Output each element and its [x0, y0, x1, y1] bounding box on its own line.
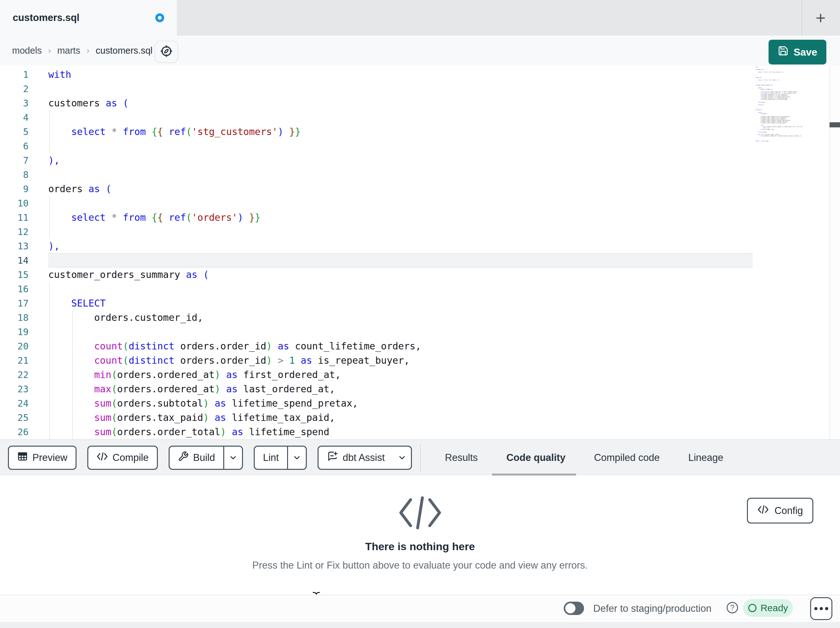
file-tab-title: customers.sql [13, 12, 79, 24]
code-line[interactable]: 1with [0, 67, 827, 82]
file-tab-customers-sql[interactable]: customers.sql [0, 0, 177, 36]
code-text: sum(orders.order_total) as lifetime_spen… [28, 426, 329, 437]
code-text: sum(orders.tax_paid) as lifetime_tax_pai… [28, 412, 335, 423]
tab-lineage[interactable]: Lineage [688, 452, 723, 463]
action-toolbar: PreviewCompileBuildLintdbt Assist Result… [0, 439, 840, 476]
code-line[interactable]: 7), [0, 153, 827, 168]
chevron-down-icon[interactable] [224, 447, 242, 469]
code-line[interactable]: 11 select * from {{ ref('orders') }} [0, 210, 827, 225]
line-number: 4 [0, 112, 28, 123]
code-text: orders.customer_id, [28, 312, 203, 323]
breadcrumb-item[interactable]: customers.sql [96, 46, 152, 56]
line-number: 23 [0, 384, 28, 394]
dbt-assist-button[interactable]: dbt Assist [317, 446, 412, 470]
lint-label: Lint [263, 452, 279, 463]
code-lines: 1with23customers as (45 select * from {{… [0, 67, 827, 439]
empty-state-subtitle: Press the Lint or Fix button above to ev… [0, 560, 840, 571]
editor-scrollbar-thumb[interactable] [829, 122, 840, 127]
defer-toggle[interactable] [564, 602, 584, 615]
save-label: Save [794, 46, 818, 58]
code-text: with [28, 69, 71, 80]
code-line[interactable]: 18 orders.customer_id, [0, 310, 827, 325]
code-text: ), [28, 240, 60, 252]
breadcrumb-item[interactable]: models [12, 46, 42, 56]
breadcrumb-item[interactable]: marts [57, 46, 81, 56]
chevron-down-icon[interactable] [288, 447, 306, 469]
results-panel: Config There is nothing here Press the L… [0, 476, 840, 595]
config-button[interactable]: Config [747, 498, 813, 524]
help-icon[interactable]: ? [726, 602, 738, 614]
compile-button[interactable]: Compile [87, 446, 158, 470]
preview-label: Preview [32, 452, 67, 463]
compile-label: Compile [112, 452, 148, 463]
line-number: 19 [0, 327, 28, 337]
ellipsis-icon [814, 607, 818, 610]
code-line[interactable]: 26 sum(orders.order_total) as lifetime_s… [0, 425, 827, 439]
code-line[interactable]: 21 count(distinct orders.order_id) > 1 a… [0, 353, 827, 367]
line-number: 14 [0, 255, 28, 266]
tab-compiled-code[interactable]: Compiled code [594, 452, 660, 463]
line-number: 5 [0, 127, 28, 137]
code-line[interactable]: 10 [0, 196, 827, 210]
code-text: SELECT [28, 297, 106, 309]
save-icon [778, 46, 789, 59]
line-number: 12 [0, 226, 28, 237]
code-text: select * from {{ ref('orders') }} [28, 212, 261, 223]
status-bar: Defer to staging/production ? Ready [0, 595, 840, 622]
tab-code-quality[interactable]: Code quality [506, 452, 565, 463]
save-button[interactable]: Save [769, 40, 826, 65]
code-line[interactable]: 12 [0, 225, 827, 239]
code-line[interactable]: 20 count(distinct orders.order_id) as co… [0, 339, 827, 353]
build-label: Build [193, 452, 215, 463]
file-header: models›marts›customers.sql Save [0, 36, 840, 66]
code-line[interactable]: 16 [0, 282, 827, 296]
sparkle-chat-icon [327, 451, 338, 465]
more-options-button[interactable] [810, 597, 832, 620]
line-number: 3 [0, 98, 28, 109]
unsaved-indicator-dot [155, 13, 164, 22]
line-number: 10 [0, 198, 28, 209]
breadcrumb: models›marts›customers.sql [12, 36, 152, 66]
code-line[interactable]: 23 max(orders.ordered_at) as last_ordere… [0, 382, 827, 396]
window-bottom-strip [0, 622, 840, 628]
code-line[interactable]: 5 select * from {{ ref('stg_customers') … [0, 125, 827, 139]
code-text: count(distinct orders.order_id) > 1 as i… [28, 355, 410, 366]
code-text: count(distinct orders.order_id) as count… [28, 340, 421, 352]
chevron-down-icon[interactable] [393, 447, 411, 469]
code-line[interactable]: 4 [0, 110, 827, 125]
code-line[interactable]: 2 [0, 82, 827, 96]
tab-results[interactable]: Results [445, 452, 478, 463]
code-line[interactable]: 22 min(orders.ordered_at) as first_order… [0, 367, 827, 382]
minimap[interactable]: with customers as ( select * from {{ ref… [756, 66, 804, 143]
new-tab-button[interactable]: + [809, 6, 832, 29]
toolbar-divider [420, 443, 421, 473]
lint-button[interactable]: Lint [254, 446, 307, 470]
code-editor[interactable]: 1with23customers as (45 select * from {{… [0, 66, 840, 439]
code-line[interactable]: 6 [0, 139, 827, 153]
table-icon [17, 451, 28, 464]
code-text: select * from {{ ref('stg_customers') }} [28, 126, 301, 137]
line-number: 20 [0, 341, 28, 352]
code-line[interactable]: 9orders as ( [0, 182, 827, 196]
explore-lineage-button[interactable] [155, 41, 178, 63]
editor-scrollbar[interactable] [829, 66, 840, 439]
code-line[interactable]: 8 [0, 168, 827, 182]
code-line[interactable]: 14 [0, 253, 827, 267]
code-line[interactable]: 25 sum(orders.tax_paid) as lifetime_tax_… [0, 410, 827, 425]
config-label: Config [775, 505, 803, 517]
code-line[interactable]: 17 SELECT [0, 296, 827, 310]
line-number: 9 [0, 183, 28, 195]
code-line[interactable]: 24 sum(orders.subtotal) as lifetime_spen… [0, 396, 827, 410]
code-line[interactable]: 13), [0, 239, 827, 253]
preview-button[interactable]: Preview [8, 446, 77, 470]
code-line[interactable]: 19 [0, 325, 827, 339]
line-number: 16 [0, 284, 28, 294]
line-number: 26 [0, 427, 28, 437]
ready-circle-icon [748, 604, 756, 612]
build-button[interactable]: Build [169, 446, 243, 470]
compass-icon [159, 44, 174, 60]
line-number: 8 [0, 169, 28, 180]
code-line[interactable]: 3customers as ( [0, 96, 827, 110]
line-number: 21 [0, 355, 28, 366]
code-line[interactable]: 15customer_orders_summary as ( [0, 267, 827, 282]
